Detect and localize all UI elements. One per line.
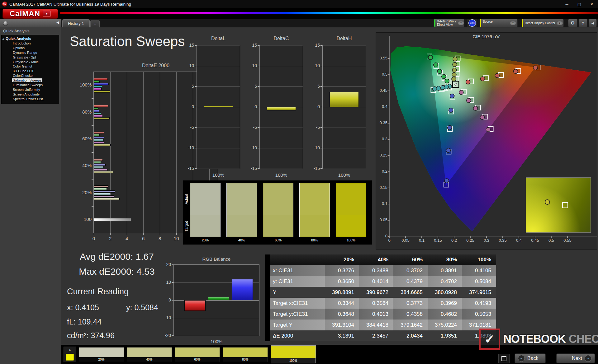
sidebar-item-options[interactable]: Options	[2, 46, 59, 50]
cie-x-tick-label: 0.55	[561, 238, 574, 243]
tab-history-1[interactable]: History 1	[62, 19, 90, 27]
bottom-swatch-80%[interactable]: 80%	[223, 347, 268, 362]
cie-x-tick	[502, 236, 503, 238]
sidebar-item-saturation-sweeps[interactable]: Saturation Sweeps	[2, 78, 59, 83]
cie-x-tick-label: 0.35	[496, 238, 509, 243]
sidebar-item-grayscale-multi[interactable]: Grayscale - Multi	[2, 60, 59, 64]
table-cell-100%: 0.5084	[462, 276, 496, 287]
bottom-swatch-20%[interactable]: 20%	[79, 347, 124, 362]
deltae-x-tick-label: 2	[104, 236, 116, 241]
back-button[interactable]: « Back	[515, 353, 546, 363]
cie-y-tick-label: 0.05	[376, 217, 387, 222]
cie-y-tick	[388, 123, 390, 124]
minimize-button[interactable]: ─	[561, 0, 573, 8]
delta-y-tick-label: 0	[248, 104, 257, 109]
cie-y-tick-label: 0	[376, 234, 387, 238]
sidebar-item-screen-uniformity[interactable]: Screen Uniformity	[2, 87, 59, 92]
bottom-swatch-60%[interactable]: 60%	[175, 347, 220, 362]
panel-collapse-button[interactable]: ◀	[589, 19, 597, 27]
sidebar-item-dynamic-range[interactable]: Dynamic Range	[2, 50, 59, 55]
sidebar-item-spectral-power-dist-[interactable]: Spectral Power Dist.	[2, 97, 59, 101]
delta-y-tick	[195, 86, 197, 87]
deltae-bar-80%-blue	[94, 110, 99, 112]
rgb-y-tick	[172, 318, 173, 318]
tree-root-quick-analysis[interactable]: ◢ Quick Analysis	[2, 36, 59, 41]
table-cell-80%: 0.3891	[428, 265, 462, 276]
table-row: x: CIE310.32760.34880.37020.38910.4105	[265, 265, 496, 276]
maximize-button[interactable]: ▢	[573, 0, 586, 8]
meter-dropdown[interactable]: X-Rite i1Pro 2Direct View ▼	[434, 19, 464, 27]
sidebar-item-introduction[interactable]: Introduction	[2, 41, 59, 46]
current-y-value: y: 0.5084	[126, 303, 158, 312]
delta-y-tick	[258, 45, 259, 46]
add-tab-button[interactable]: +	[90, 20, 100, 27]
rgb-y-tick	[172, 282, 173, 283]
table-row-label: Y	[270, 287, 325, 298]
delta-y-tick	[195, 45, 197, 46]
deltae-bar-20%-magenta	[94, 195, 114, 198]
tree-expand-icon: ◢	[2, 36, 4, 41]
deltae-axis-tick	[92, 152, 93, 153]
rgb-gridline	[174, 318, 259, 318]
bottom-swatch-40%[interactable]: 40%	[127, 347, 172, 362]
bottom-swatch-label: 60%	[175, 357, 220, 362]
table-row-label: Target x:CIE31	[270, 298, 325, 309]
sidebar-item-screen-angularity[interactable]: Screen Angularity	[2, 92, 59, 97]
source-dropdown[interactable]: Source ▼	[480, 19, 518, 27]
table-header-20%: 20%	[325, 254, 359, 265]
meter-dropdown-label: X-Rite i1Pro 2Direct View	[435, 20, 458, 26]
calman-logo-menu[interactable]: CalMAN ▼	[2, 9, 58, 19]
delta-gridline	[197, 148, 240, 148]
max-de2000-value: Max dE2000: 4.53	[64, 266, 170, 277]
stop-button[interactable]	[498, 354, 510, 363]
delta-y-tick-label: -5	[248, 125, 257, 130]
deltae-bar-20%-red	[94, 185, 108, 188]
sidebar-item-color-gamut[interactable]: Color Gamut	[2, 64, 59, 69]
table-row-label: y: CIE31	[270, 276, 325, 287]
deltae-x-tick	[160, 233, 160, 235]
deltae-bar-20%-yellow	[94, 198, 120, 200]
sidebar-item-luminance-sweeps[interactable]: Luminance Sweeps	[2, 83, 59, 87]
deltae-bar-80%-magenta	[94, 115, 103, 117]
titlebar: CM CalMAN 2017 CalMAN Ultimate for Busin…	[0, 0, 598, 8]
square-icon	[501, 356, 506, 361]
measurement-table: 20%40%60%80%100%x: CIE310.32760.34880.37…	[265, 254, 496, 341]
help-button[interactable]: ?	[579, 19, 587, 27]
delta-y-tick	[320, 127, 322, 128]
bottom-swatch-label: 20%	[79, 357, 124, 362]
close-button[interactable]: ✕	[586, 0, 598, 8]
delta-gridline	[260, 66, 303, 66]
bottom-swatch-100%[interactable]: 100%	[271, 345, 316, 363]
deltae-x-tick	[127, 233, 127, 235]
table-cell-60%: 384.6665	[393, 287, 428, 298]
cie-x-tick-label: 0.2	[448, 238, 460, 243]
cie-x-tick-label: 0.25	[464, 238, 477, 243]
display-control-dropdown[interactable]: Direct Display Control ▼	[522, 19, 564, 27]
table-row: Target y:CIE310.36480.40130.43580.46820.…	[265, 309, 496, 320]
table-row: Target Y391.3104384.4418379.1642375.0224…	[265, 320, 496, 330]
swatch-block	[263, 183, 293, 237]
next-button[interactable]: Next »	[556, 353, 595, 363]
deltae-group-label: 100%	[74, 82, 92, 87]
delta-gridline	[323, 128, 366, 128]
sidebar-item-colorchecker[interactable]: ColorChecker	[2, 73, 59, 78]
sidebar-collapse-icon[interactable]: ◀	[56, 20, 59, 25]
cie-y-tick-label: 0.35	[376, 120, 387, 125]
delta-y-tick-label: 0	[185, 104, 194, 109]
sidebar-item-grayscale-2pt[interactable]: Grayscale - 2pt	[2, 55, 59, 60]
color-selector-button[interactable]: ▲	[64, 347, 76, 362]
cie-y-tick	[388, 204, 390, 204]
reading-count-badge[interactable]: 238	[467, 19, 478, 27]
table-row-cap	[265, 309, 270, 320]
deltah-plot	[322, 45, 366, 169]
delta-y-tick-label: 10	[185, 63, 194, 68]
table-cell-60%: 379.1642	[393, 320, 428, 330]
delta-bar	[267, 107, 296, 110]
swatch-target	[190, 215, 220, 237]
settings-button[interactable]: ⚙	[568, 19, 577, 27]
deltae-bar-60%-red	[94, 132, 104, 134]
current-color-chip	[66, 354, 74, 361]
deltac-plot	[259, 45, 303, 169]
sidebar-item-3d-cube-lut[interactable]: 3D Cube LUT	[2, 69, 59, 73]
cie-x-tick	[519, 236, 519, 238]
